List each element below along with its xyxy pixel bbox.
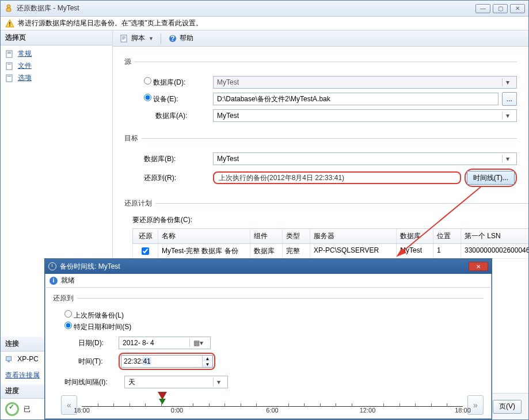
window-title: 还原数据库 - MyTest xyxy=(17,3,475,13)
svg-text:?: ? xyxy=(170,35,174,43)
restore-to-label: 还原到(R): xyxy=(144,174,176,182)
database-a-combo[interactable]: MyTest▾ xyxy=(213,109,517,122)
timeline-tick: 6:00 xyxy=(266,407,278,414)
table-row[interactable]: MyTest-完整 数据库 备份 数据库 完整 XP-PC\SQLSERVER … xyxy=(132,244,528,259)
timeline-tick: 18:00 xyxy=(74,407,90,414)
timeline-tick: 0:00 xyxy=(171,407,183,414)
help-icon: ? xyxy=(168,34,177,43)
chevron-down-icon: ▾ xyxy=(213,378,224,386)
svg-rect-11 xyxy=(6,357,12,361)
timeline-tick: 18:00 xyxy=(455,407,471,414)
dialog-titlebar: 备份时间线: MyTest ✕ xyxy=(45,259,492,274)
device-radio[interactable]: 设备(E): xyxy=(144,95,178,103)
backup-sets-header: 还原 名称 组件 类型 服务器 数据库 位置 第一个 LSN 最 xyxy=(132,228,528,244)
sidebar-item-label: 文件 xyxy=(18,61,32,71)
row-restore-checkbox[interactable] xyxy=(142,247,149,255)
dialog-close-button[interactable]: ✕ xyxy=(469,262,488,271)
plan-group: 还原计划 要还原的备份集(C): 还原 名称 组件 类型 服务器 数据库 位置 … xyxy=(124,198,528,259)
restore-to-legend: 还原到 xyxy=(53,293,77,303)
svg-rect-13 xyxy=(121,35,127,42)
svg-rect-9 xyxy=(6,75,12,82)
progress-text: 已 xyxy=(24,404,31,414)
restore-to-group: 还原到 上次所做备份(L) 特定日期和时间(S) 日期(D): 2012- 8-… xyxy=(53,293,484,418)
database-a-label: 数据库(A): xyxy=(155,112,187,120)
script-icon xyxy=(120,34,129,43)
timeline-tick: 12:00 xyxy=(360,407,376,414)
interval-label: 时间线间隔(I): xyxy=(64,378,108,386)
help-button[interactable]: ? 帮助 xyxy=(166,32,196,44)
chevron-down-icon: ▾ xyxy=(502,155,513,163)
app-icon xyxy=(4,4,13,13)
server-icon xyxy=(5,356,13,364)
timeline-marker-icon[interactable] xyxy=(158,392,167,400)
sidebar-item-general[interactable]: 常规 xyxy=(4,48,109,60)
source-group: 源 数据库(D): MyTest▾ 设备(E): ... 数据库(A): xyxy=(124,57,517,125)
date-picker[interactable]: 2012- 8- 4▦▾ xyxy=(119,337,211,349)
calendar-icon: ▦▾ xyxy=(189,339,207,347)
timeline[interactable]: 18:000:006:0012:0018:00 xyxy=(82,392,463,418)
svg-rect-4 xyxy=(6,51,12,58)
dialog-status: 就绪 xyxy=(61,276,75,285)
info-bar: 将进行源数据库的结尾日志备份。在"选项"页上查看此设置。 xyxy=(1,17,528,30)
sidebar-item-label: 常规 xyxy=(18,49,32,59)
database-b-combo[interactable]: MyTest▾ xyxy=(213,152,517,165)
time-spinner[interactable]: 22:32:41 ▲▼ xyxy=(121,355,213,368)
page-icon xyxy=(5,62,14,71)
close-button[interactable]: ✕ xyxy=(510,4,525,13)
database-b-label: 数据库(B): xyxy=(144,155,176,163)
verify-button[interactable]: 页(V) xyxy=(493,400,522,414)
dialog-title: 备份时间线: MyTest xyxy=(60,262,469,272)
svg-rect-5 xyxy=(7,52,11,52)
svg-rect-12 xyxy=(7,361,10,362)
date-label: 日期(D): xyxy=(78,339,104,347)
database-combo: MyTest▾ xyxy=(213,76,517,89)
spin-down-icon[interactable]: ▼ xyxy=(203,361,212,367)
info-text: 将进行源数据库的结尾日志备份。在"选项"页上查看此设置。 xyxy=(18,18,203,28)
last-backup-radio[interactable]: 上次所做备份(L) xyxy=(64,310,124,320)
interval-combo[interactable]: 天▾ xyxy=(124,376,228,388)
device-path-input[interactable] xyxy=(213,93,498,105)
view-connection-link[interactable]: 查看连接属 xyxy=(5,371,40,379)
window-titlebar: 还原数据库 - MyTest — ▢ ✕ xyxy=(1,1,528,17)
sidebar-header: 选择页 xyxy=(1,30,112,45)
maximize-button[interactable]: ▢ xyxy=(493,4,508,13)
svg-point-0 xyxy=(7,5,10,8)
target-legend: 目标 xyxy=(124,133,142,143)
svg-rect-8 xyxy=(7,64,11,64)
plan-legend: 还原计划 xyxy=(124,198,155,208)
page-icon xyxy=(5,74,14,83)
sidebar-item-files[interactable]: 文件 xyxy=(4,60,109,72)
svg-rect-10 xyxy=(7,76,11,77)
spin-up-icon[interactable]: ▲ xyxy=(203,356,212,361)
dropdown-icon: ▼ xyxy=(149,36,154,41)
page-icon xyxy=(5,49,14,59)
sidebar-item-label: 选项 xyxy=(18,73,32,83)
chevron-down-icon: ▾ xyxy=(502,78,513,86)
source-legend: 源 xyxy=(124,57,135,67)
svg-rect-7 xyxy=(6,63,12,70)
sidebar-item-options[interactable]: 选项 xyxy=(4,72,109,84)
script-button[interactable]: 脚本 ▼ xyxy=(117,32,156,44)
backup-timeline-dialog: 备份时间线: MyTest ✕ i 就绪 还原到 上次所做备份(L) 特定日期和… xyxy=(44,258,492,419)
warning-icon xyxy=(5,19,14,28)
timeline-button[interactable]: 时间线(T)... xyxy=(467,171,515,185)
database-radio[interactable]: 数据库(D): xyxy=(144,78,185,86)
clock-icon xyxy=(48,262,56,270)
browse-button[interactable]: ... xyxy=(502,92,517,106)
specific-datetime-radio[interactable]: 特定日期和时间(S) xyxy=(64,322,131,332)
time-label: 时间(T): xyxy=(78,357,103,365)
connection-value: XP-PC xyxy=(17,355,39,363)
backup-sets-label: 要还原的备份集(C): xyxy=(132,216,192,224)
minimize-button[interactable]: — xyxy=(475,4,490,13)
svg-rect-1 xyxy=(6,8,11,12)
toolbar: 脚本 ▼ ? 帮助 xyxy=(113,30,528,47)
svg-rect-6 xyxy=(7,53,11,54)
svg-rect-3 xyxy=(9,25,10,26)
restore-to-input xyxy=(213,171,461,184)
info-icon: i xyxy=(50,277,58,285)
target-group: 目标 数据库(B): MyTest▾ 还原到(R): 时间线(T)... xyxy=(124,133,517,190)
svg-rect-2 xyxy=(9,22,10,25)
dialog-status-bar: i 就绪 xyxy=(45,274,492,288)
chevron-down-icon: ▾ xyxy=(502,112,513,120)
check-icon xyxy=(5,402,19,416)
